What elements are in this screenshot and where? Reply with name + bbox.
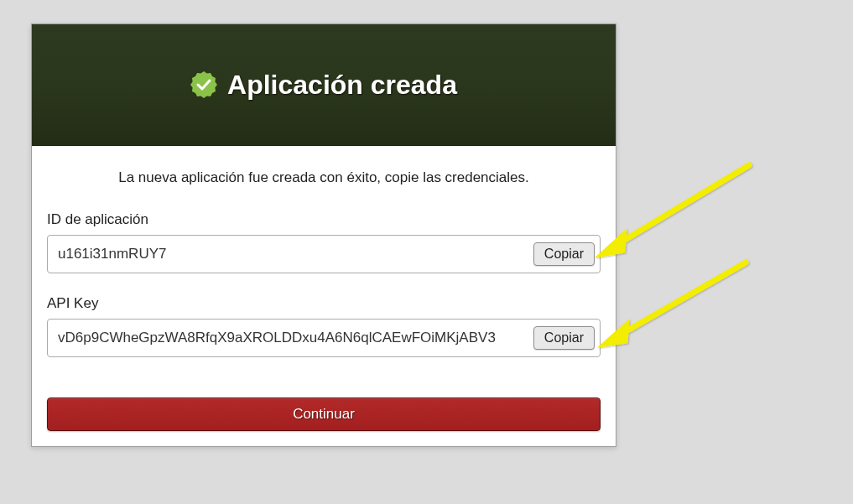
svg-line-3 [619, 262, 746, 335]
dialog-title: Aplicación creada [227, 70, 457, 101]
continue-button[interactable]: Continuar [47, 397, 601, 431]
dialog-header: Aplicación creada [32, 24, 616, 146]
dialog-body: La nueva aplicación fue creada con éxito… [32, 146, 616, 446]
check-badge-icon [190, 71, 217, 98]
copy-app-id-button[interactable]: Copiar [533, 242, 595, 266]
api-key-input-row: Copiar [47, 319, 601, 357]
app-id-label: ID de aplicación [47, 211, 601, 228]
app-id-input[interactable] [48, 236, 533, 273]
application-created-dialog: Aplicación creada La nueva aplicación fu… [31, 23, 616, 447]
api-key-label: API Key [47, 295, 601, 312]
copy-api-key-button[interactable]: Copiar [533, 326, 595, 350]
svg-line-1 [616, 165, 749, 245]
dialog-subtitle: La nueva aplicación fue creada con éxito… [47, 169, 601, 186]
app-id-input-row: Copiar [47, 235, 601, 273]
api-key-field: API Key Copiar [47, 295, 601, 357]
svg-marker-0 [190, 71, 217, 98]
api-key-input[interactable] [48, 320, 533, 356]
app-id-field: ID de aplicación Copiar [47, 211, 601, 273]
